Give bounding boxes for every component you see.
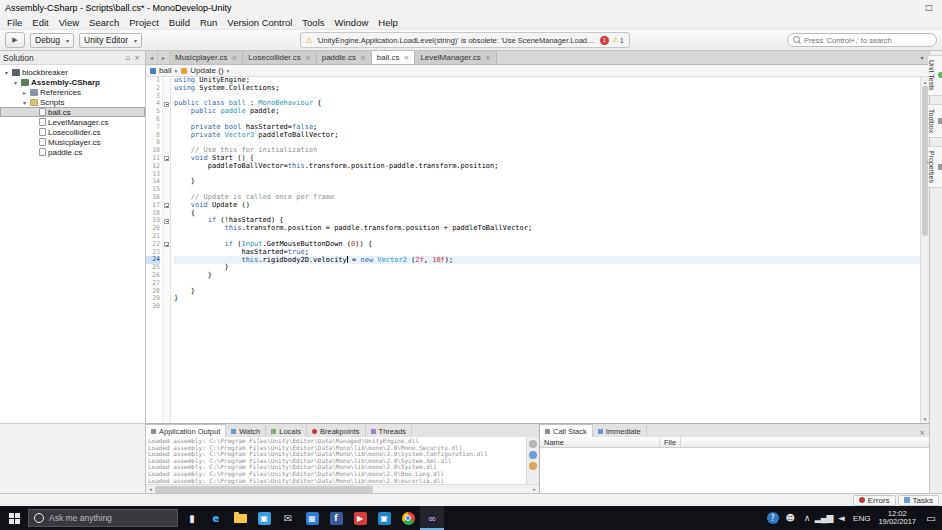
close-pad-icon[interactable]: ×: [915, 429, 929, 437]
tree-item-references[interactable]: ▸References: [0, 87, 145, 97]
pad-tab-application-output[interactable]: Application Output: [146, 424, 226, 437]
microphone-icon[interactable]: ▮: [180, 506, 204, 530]
code-line[interactable]: {: [174, 210, 920, 218]
menu-view[interactable]: View: [54, 15, 84, 29]
code-line[interactable]: public class ball : MonoBehaviour {: [174, 100, 920, 108]
code-line[interactable]: [174, 171, 920, 179]
breadcrumb-item-ball[interactable]: ball▾: [150, 66, 177, 75]
expander-icon[interactable]: ▸: [21, 89, 28, 96]
code-line[interactable]: this.transform.position = paddle.transfo…: [174, 225, 920, 233]
photos-icon[interactable]: ▣: [372, 506, 396, 530]
facebook-icon[interactable]: f: [324, 506, 348, 530]
pad-tab-breakpoints[interactable]: Breakpoints: [307, 425, 366, 437]
scroll-down-icon[interactable]: ▾: [921, 414, 929, 423]
tree-item-losecollider-cs[interactable]: Losecollider.cs: [0, 127, 145, 137]
code-line[interactable]: this.rigidbody2D.velocity = new Vector2 …: [174, 256, 920, 264]
fold-collapse-icon[interactable]: [164, 156, 169, 161]
tree-item-assembly-csharp[interactable]: ▾Assembly-CSharp: [0, 77, 145, 87]
mail-icon[interactable]: ✉: [276, 506, 300, 530]
menu-file[interactable]: File: [2, 15, 27, 29]
tab-musicplayer-cs[interactable]: Musicplayer.cs×: [170, 51, 243, 64]
call-stack-body[interactable]: [540, 448, 929, 493]
close-pad-icon[interactable]: ×: [132, 54, 142, 62]
tree-item-musicplayer-cs[interactable]: Musicplayer.cs: [0, 137, 145, 147]
global-search-box[interactable]: [787, 33, 937, 47]
maximize-button[interactable]: □: [916, 0, 942, 15]
menu-build[interactable]: Build: [164, 15, 195, 29]
pad-tab-call-stack[interactable]: Call Stack: [540, 424, 593, 437]
chevron-up-icon[interactable]: ∧: [798, 506, 815, 530]
output-pin-icon[interactable]: [529, 440, 537, 448]
tab-losecollider-cs[interactable]: Losecollider.cs×: [243, 51, 316, 64]
fold-collapse-icon[interactable]: [164, 242, 169, 247]
tree-item-paddle-cs[interactable]: paddle.cs: [0, 147, 145, 157]
dock-tab-properties[interactable]: Properties: [928, 146, 942, 188]
close-tab-icon[interactable]: ×: [231, 54, 237, 62]
volume-icon[interactable]: ◄: [832, 506, 849, 530]
start-button[interactable]: [0, 506, 28, 530]
menu-version-control[interactable]: Version Control: [222, 15, 297, 29]
fold-collapse-icon[interactable]: [164, 203, 169, 208]
dock-tab-toolbox[interactable]: Toolbox: [928, 104, 942, 138]
cortana-search-box[interactable]: Ask me anything: [28, 509, 178, 527]
code-line[interactable]: [174, 303, 920, 311]
run-configuration-dropdown[interactable]: Debug ▾: [30, 33, 74, 48]
menu-project[interactable]: Project: [124, 15, 164, 29]
close-tab-icon[interactable]: ×: [485, 54, 491, 62]
output-log[interactable]: Loaded assembly: C:\Program Files\Unity\…: [146, 437, 526, 484]
pad-tab-threads[interactable]: Threads: [366, 425, 413, 437]
code-line[interactable]: }: [174, 264, 920, 272]
calendar-icon[interactable]: ▦: [300, 506, 324, 530]
column-header-file[interactable]: File: [660, 437, 681, 447]
menu-search[interactable]: Search: [84, 15, 124, 29]
search-input[interactable]: [804, 36, 931, 45]
code-line[interactable]: using UnityEngine;: [174, 77, 920, 85]
navigate-back-icon[interactable]: ◂: [146, 51, 158, 64]
code-line[interactable]: hasStarted=true;: [174, 249, 920, 257]
output-clear-icon[interactable]: [529, 451, 537, 459]
code-text[interactable]: using UnityEngine;using System.Collectio…: [171, 77, 920, 423]
status-errors-button[interactable]: Errors: [853, 495, 896, 506]
tree-item-scripts[interactable]: ▾Scripts: [0, 97, 145, 107]
store-icon[interactable]: ▣: [252, 506, 276, 530]
column-header-name[interactable]: Name: [540, 437, 660, 447]
tree-item-levelmanager-cs[interactable]: LevelManager.cs: [0, 117, 145, 127]
code-line[interactable]: }: [174, 295, 920, 303]
menu-tools[interactable]: Tools: [297, 15, 329, 29]
pad-tab-immediate[interactable]: Immediate: [593, 425, 647, 437]
menu-help[interactable]: Help: [373, 15, 403, 29]
tab-ball-cs[interactable]: ball.cs×: [372, 50, 416, 64]
menu-run[interactable]: Run: [195, 15, 222, 29]
tree-item-blockbreaker[interactable]: ▾blockbreaker: [0, 67, 145, 77]
menu-window[interactable]: Window: [330, 15, 374, 29]
code-line[interactable]: // Use this for initialization: [174, 147, 920, 155]
warning-count-badge[interactable]: ⚠ 1: [613, 36, 624, 44]
language-indicator[interactable]: ENG: [849, 514, 874, 523]
code-line[interactable]: }: [174, 178, 920, 186]
pad-tab-locals[interactable]: Locals: [266, 425, 307, 437]
menu-edit[interactable]: Edit: [27, 15, 53, 29]
run-button[interactable]: ▶: [5, 32, 25, 48]
dock-tab-unit-tests[interactable]: Unit Tests: [928, 55, 942, 96]
monodevelop-icon[interactable]: ∞: [420, 506, 444, 530]
scrollbar-thumb[interactable]: [155, 486, 373, 493]
expander-icon[interactable]: ▾: [21, 99, 28, 106]
edge-icon[interactable]: e: [204, 506, 228, 530]
code-line[interactable]: }: [174, 272, 920, 280]
status-tasks-button[interactable]: Tasks: [898, 495, 939, 506]
help-icon[interactable]: ?: [764, 506, 781, 530]
navigate-forward-icon[interactable]: ▸: [158, 51, 170, 64]
file-explorer-icon[interactable]: [228, 506, 252, 530]
pad-tab-watch[interactable]: Watch: [226, 425, 266, 437]
fold-collapse-icon[interactable]: [164, 219, 169, 224]
close-tab-icon[interactable]: ×: [305, 54, 311, 62]
code-line[interactable]: paddleToBallVector=this.transform.positi…: [174, 163, 920, 171]
error-count-badge[interactable]: 1: [600, 36, 609, 45]
code-line[interactable]: using System.Collections;: [174, 85, 920, 93]
code-line[interactable]: public paddle paddle;: [174, 108, 920, 116]
fold-collapse-icon[interactable]: [164, 102, 169, 107]
expander-icon[interactable]: ▾: [12, 79, 19, 86]
tree-item-ball-cs[interactable]: ball.cs: [0, 107, 145, 117]
code-line[interactable]: }: [174, 288, 920, 296]
close-tab-icon[interactable]: ×: [404, 54, 410, 62]
